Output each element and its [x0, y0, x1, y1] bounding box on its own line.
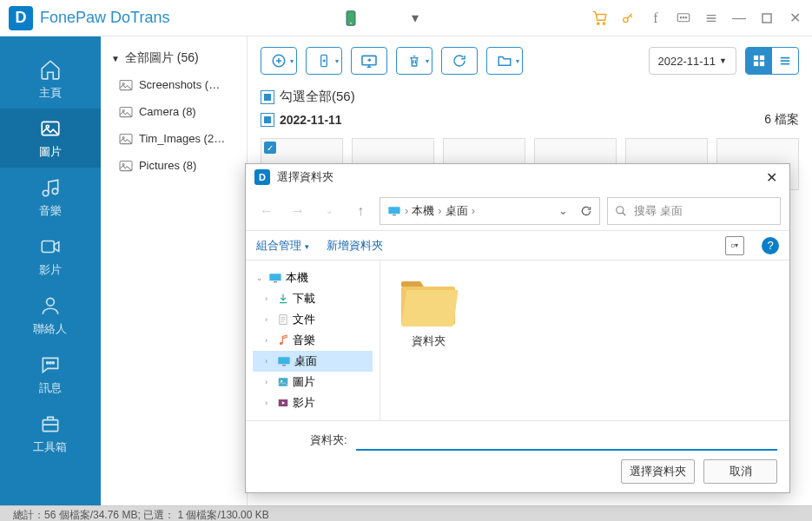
folder-tile[interactable]: 資料夾	[398, 278, 459, 349]
dialog-nav: ← → ⌄ ↑ › 本機 › 桌面 › ⌄ 搜尋 桌面	[246, 191, 789, 231]
help-button[interactable]: ?	[762, 237, 779, 254]
svg-rect-35	[388, 207, 399, 214]
up-button[interactable]: ↑	[348, 199, 373, 223]
date-picker[interactable]: 2022-11-11▼	[649, 47, 736, 75]
view-options-button[interactable]: ▫ ▾	[725, 236, 744, 255]
breadcrumb-chevron-icon[interactable]: ⌄	[558, 204, 568, 217]
grid-view-button[interactable]	[746, 48, 772, 74]
export-to-device-button[interactable]: ▾	[306, 47, 342, 75]
refresh-button[interactable]	[441, 47, 478, 75]
select-all-row[interactable]: 勾選全部(56)	[261, 85, 799, 109]
search-box[interactable]: 搜尋 桌面	[607, 197, 781, 225]
svg-rect-34	[760, 62, 764, 66]
nav-photos-label: 圖片	[39, 144, 62, 160]
close-icon[interactable]: ✕	[786, 10, 803, 27]
recent-chevron-icon[interactable]: ⌄	[317, 199, 341, 223]
date-group-row[interactable]: 2022-11-11 6 檔案	[261, 109, 799, 131]
svg-rect-33	[754, 62, 758, 66]
nav-photos[interactable]: 圖片	[0, 109, 101, 168]
tree-node-label: 下載	[293, 291, 315, 307]
maximize-icon[interactable]	[758, 10, 776, 27]
nav-videos[interactable]: 影片	[0, 227, 101, 286]
nav-contacts[interactable]: 聯絡人	[0, 286, 101, 345]
svg-point-13	[52, 188, 57, 195]
checkbox-partial-icon[interactable]	[261, 90, 274, 104]
nav-messages[interactable]: 訊息	[0, 345, 101, 404]
status-bar: 總計：56 個檔案/34.76 MB; 已選： 1 個檔案/130.00 KB	[0, 505, 812, 521]
music-icon	[277, 334, 289, 346]
device-selector[interactable]	[342, 10, 360, 27]
dialog-close-button[interactable]: ✕	[762, 169, 781, 186]
device-dropdown-chevron[interactable]: ▾	[412, 10, 419, 26]
folder-tile-label: 資料夾	[412, 333, 446, 349]
search-icon	[615, 205, 627, 217]
svg-point-12	[43, 190, 49, 196]
folder-item[interactable]: Pictures (8)	[101, 152, 247, 179]
minimize-icon[interactable]: —	[730, 10, 748, 27]
export-to-pc-button[interactable]	[351, 47, 387, 75]
folder-item-label: Screenshots (…	[139, 78, 220, 91]
svg-point-6	[680, 16, 682, 18]
nav-toolbox-label: 工具箱	[33, 439, 67, 455]
delete-button[interactable]: ▾	[396, 47, 432, 75]
svg-point-1	[350, 23, 352, 24]
feedback-icon[interactable]	[675, 10, 692, 27]
cancel-button[interactable]: 取消	[703, 459, 777, 484]
view-toggle	[745, 47, 799, 75]
svg-rect-39	[274, 281, 277, 282]
svg-point-18	[52, 362, 54, 364]
tree-node-pictures[interactable]: › 圖片	[253, 372, 373, 392]
nav-music[interactable]: 音樂	[0, 168, 101, 227]
facebook-icon[interactable]: f	[647, 10, 664, 27]
add-button[interactable]: ▾	[261, 47, 297, 75]
cart-icon[interactable]	[591, 10, 609, 27]
folder-name-label: 資料夾:	[310, 432, 347, 448]
checkbox-partial-icon[interactable]	[261, 113, 274, 127]
back-button[interactable]: ←	[254, 199, 279, 223]
svg-rect-14	[42, 241, 54, 253]
folder-item[interactable]: Screenshots (…	[101, 71, 247, 98]
tree-node-videos[interactable]: › 影片	[253, 392, 373, 413]
key-icon[interactable]	[619, 10, 637, 27]
menu-icon[interactable]	[703, 10, 720, 27]
folder-name-input[interactable]	[356, 430, 777, 451]
download-icon	[277, 293, 289, 305]
file-count-label: 6 檔案	[764, 112, 799, 128]
collapse-arrow-icon: ▼	[111, 54, 120, 63]
tree-node-desktop[interactable]: › 桌面	[253, 351, 373, 372]
tree-node-pc[interactable]: ⌄ 本機	[253, 267, 373, 288]
file-pane[interactable]: 資料夾	[380, 260, 789, 420]
breadcrumb[interactable]: › 本機 › 桌面 › ⌄	[380, 197, 600, 225]
video-icon	[38, 234, 63, 259]
tree-node-downloads[interactable]: › 下載	[253, 288, 373, 309]
svg-point-8	[685, 16, 687, 18]
toolbox-icon	[38, 412, 63, 436]
folder-tree-header[interactable]: ▼ 全部圖片 (56)	[101, 45, 247, 71]
refresh-icon[interactable]	[580, 205, 592, 217]
date-picker-value: 2022-11-11	[658, 55, 716, 68]
svg-rect-9	[762, 14, 771, 23]
folder-item[interactable]: Tim_Images (2…	[101, 125, 247, 152]
svg-point-3	[603, 22, 604, 23]
tree-node-label: 文件	[293, 312, 315, 327]
folder-item[interactable]: Camera (8)	[101, 98, 247, 125]
tree-node-documents[interactable]: › 文件	[253, 309, 373, 330]
select-folder-button[interactable]: 選擇資料夾	[621, 459, 695, 484]
new-folder-button[interactable]: 新增資料夾	[327, 238, 383, 254]
nav-toolbox[interactable]: 工具箱	[0, 404, 101, 463]
nav-home-label: 主頁	[39, 85, 62, 101]
organize-button[interactable]: 組合管理 ▾	[256, 238, 309, 254]
forward-button[interactable]: →	[286, 199, 310, 223]
nav-music-label: 音樂	[39, 203, 62, 219]
music-icon	[38, 175, 63, 200]
folder-button[interactable]: ▾	[486, 47, 523, 75]
nav-videos-label: 影片	[39, 262, 62, 278]
video-icon	[277, 397, 289, 409]
photo-icon	[38, 116, 63, 141]
phone-icon	[342, 10, 360, 27]
toolbar: ▾ ▾ ▾ ▾ 2022-11-11▼	[248, 36, 812, 85]
tree-node-music[interactable]: › 音樂	[253, 330, 373, 351]
list-view-button[interactable]	[772, 48, 798, 74]
nav-home[interactable]: 主頁	[0, 49, 101, 109]
pc-icon	[268, 273, 282, 283]
